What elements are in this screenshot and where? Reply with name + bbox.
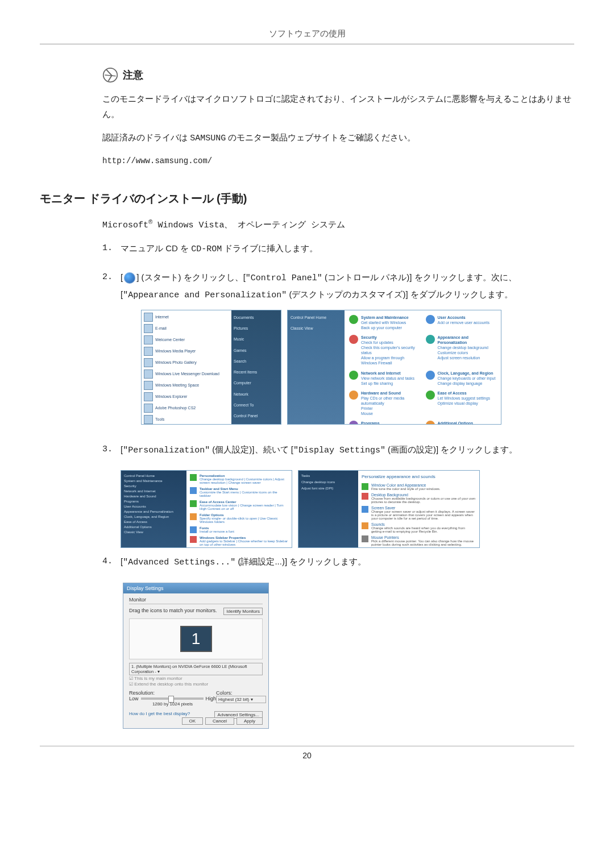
step-2: 2. [] (スタート) をクリックし、["Control Panel" (コン… [102, 269, 574, 430]
colors-select[interactable]: Highest (32 bit) ▾ [216, 696, 266, 703]
cancel-button[interactable]: Cancel [205, 717, 234, 725]
note-icon [102, 67, 118, 83]
figure-display-settings: Display Settings Monitor Drag the icons … [123, 583, 269, 729]
step-number: 2. [102, 269, 121, 430]
note-url: http://www.samsung.com/ [102, 154, 574, 168]
note-block: 注意 このモニタードライバはマイクロソフトロゴに認定されており、インストールがシ… [102, 67, 574, 168]
page-number: 20 [40, 746, 574, 760]
figure-appearance-personalization: Control Panel HomeSystem and Maintenance… [121, 470, 292, 548]
step-number: 3. [102, 442, 121, 459]
colors-label: Colors: [216, 690, 266, 696]
dialog-title: Display Settings [127, 585, 164, 591]
monitor-icon: 1 [180, 626, 212, 652]
resolution-label: Resolution: [129, 690, 216, 696]
step-number: 4. [102, 554, 121, 571]
note-label: 注意 [123, 68, 143, 82]
intro-text: Microsoft® Windows Vista、 オペレーティング システム [102, 219, 574, 230]
figure-personalization: TasksChange desktop iconsAdjust font siz… [298, 470, 480, 548]
step-4: 4. ["Advanced Settings..." (詳細設定...)] をク… [102, 554, 574, 571]
start-icon [124, 272, 135, 284]
best-display-link[interactable]: How do I get the best display? [129, 711, 190, 716]
page-header: ソフトウェアの使用 [40, 28, 574, 44]
section-title: モニター ドライバのインストール (手動) [40, 191, 574, 206]
figure-start-menu: InternetE-mailWelcome CenterWindows Medi… [141, 310, 281, 425]
resolution-slider[interactable] [141, 697, 204, 700]
step-1: 1. マニュアル CD を CD-ROM ドライブに挿入します。 [102, 240, 574, 258]
extend-desktop-checkbox[interactable]: ☑ Extend the desktop onto this monitor [129, 682, 263, 687]
step-3: 3. ["Personalization" (個人設定)]、続いて ["Disp… [102, 442, 574, 459]
note-line-1: このモニタードライバはマイクロソフトロゴに認定されており、インストールがシステム… [102, 91, 574, 122]
ok-button[interactable]: OK [182, 717, 204, 725]
step-number: 1. [102, 240, 121, 258]
identify-monitors-button[interactable]: Identify Monitors [223, 608, 263, 615]
note-heading: 注意 [102, 67, 574, 83]
apply-button[interactable]: Apply [237, 717, 263, 725]
note-line-2: 認証済みのドライバは SAMSUNG のモニター製品ウェブサイトをご確認ください… [102, 130, 574, 146]
tab-monitor: Monitor [129, 597, 263, 604]
figure-control-panel: Control Panel Home Classic View System a… [287, 310, 501, 425]
main-monitor-checkbox[interactable]: ☑ This is my main monitor [129, 676, 263, 681]
drag-label: Drag the icons to match your monitors. [129, 608, 217, 615]
monitor-select[interactable]: 1. (Multiple Monitors) on NVIDIA GeForce… [129, 663, 263, 675]
